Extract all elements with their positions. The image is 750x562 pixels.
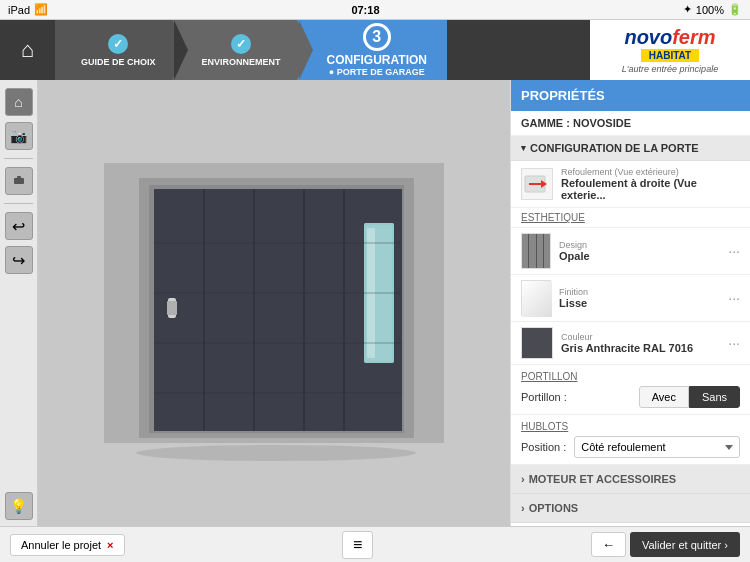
home-nav-button[interactable]: ⌂ <box>0 20 55 80</box>
ipad-label: iPad <box>8 4 30 16</box>
sidebar-separator-2 <box>4 203 34 204</box>
hublots-section: HUBLOTS Position : Côté refoulement Cent… <box>511 415 750 465</box>
logo-text: novo <box>624 26 672 49</box>
top-navigation: ⌂ ✓ GUIDE DE CHOIX ✓ ENVIRONNEMENT 3 CON… <box>0 20 750 80</box>
couleur-more-btn[interactable]: ··· <box>728 335 740 351</box>
bottom-bar: Annuler le projet × ≡ ← Valider et quitt… <box>0 526 750 562</box>
design-text: Design Opale <box>559 240 720 262</box>
menu-btn[interactable]: ≡ <box>342 531 373 559</box>
refoulement-text: Refoulement (Vue extérieure) Refoulement… <box>561 167 740 201</box>
step2-label: ENVIRONNEMENT <box>202 57 281 67</box>
portillon-sans-btn[interactable]: Sans <box>689 386 740 408</box>
logo-habitat: HABITAT <box>641 49 699 62</box>
finition-label: Finition <box>559 287 720 297</box>
hublots-row: Position : Côté refoulement Centre Sans <box>521 436 740 458</box>
config-section-label: CONFIGURATION DE LA PORTE <box>530 142 699 154</box>
panel-header: PROPRIÉTÉS <box>511 80 750 111</box>
options-chevron: › <box>521 502 525 514</box>
step3-title: CONFIGURATION <box>327 53 427 67</box>
portillon-label: PORTILLON <box>521 371 740 382</box>
moteur-chevron: › <box>521 473 525 485</box>
refoulement-value: Refoulement à droite (Vue exterie... <box>561 177 740 201</box>
sidebar-undo-btn[interactable]: ↩ <box>5 212 33 240</box>
finition-more-btn[interactable]: ··· <box>728 290 740 306</box>
bluetooth-icon: ✦ <box>683 3 692 16</box>
validate-label: Valider et quitter <box>642 539 721 551</box>
sidebar-tool-btn[interactable] <box>5 167 33 195</box>
right-buttons: ← Valider et quitter › <box>591 532 740 557</box>
config-collapse-icon: ▾ <box>521 143 526 153</box>
step2-arrow-bg <box>299 20 313 80</box>
finition-icon <box>521 280 551 316</box>
sidebar-home-btn[interactable]: ⌂ <box>5 88 33 116</box>
status-time: 07:18 <box>351 4 379 16</box>
couleur-text: Couleur Gris Anthracite RAL 7016 <box>561 332 720 354</box>
portillon-avec-btn[interactable]: Avec <box>639 386 689 408</box>
finition-value: Lisse <box>559 297 720 309</box>
svg-rect-15 <box>167 301 177 315</box>
logo-brand: novoferm <box>624 26 715 49</box>
battery-label: 100% <box>696 4 724 16</box>
home-icon: ⌂ <box>21 37 34 63</box>
step1-arrow-bg <box>174 20 188 80</box>
panel-title: PROPRIÉTÉS <box>521 88 605 103</box>
step1-content: ✓ GUIDE DE CHOIX <box>81 34 156 67</box>
right-panel: PROPRIÉTÉS GAMME : NOVOSIDE ▾ CONFIGURAT… <box>510 80 750 526</box>
options-label: OPTIONS <box>529 502 579 514</box>
gamme-row: GAMME : NOVOSIDE <box>511 111 750 136</box>
battery-icon: 🔋 <box>728 3 742 16</box>
refoulement-arrow-icon <box>523 170 551 198</box>
back-btn[interactable]: ← <box>591 532 626 557</box>
refoulement-icon <box>521 168 553 200</box>
nav-step-guide[interactable]: ✓ GUIDE DE CHOIX <box>55 20 172 80</box>
finition-row[interactable]: Finition Lisse ··· <box>511 275 750 322</box>
status-right: ✦ 100% 🔋 <box>683 3 742 16</box>
config-section-header[interactable]: ▾ CONFIGURATION DE LA PORTE <box>511 136 750 161</box>
wifi-icon: 📶 <box>34 3 48 16</box>
cancel-project-btn[interactable]: Annuler le projet × <box>10 534 125 556</box>
cancel-label: Annuler le projet <box>21 539 101 551</box>
sidebar-redo-btn[interactable]: ↪ <box>5 246 33 274</box>
hublots-position-select[interactable]: Côté refoulement Centre Sans <box>574 436 740 458</box>
step3-number: 3 <box>363 23 391 51</box>
sidebar-camera-btn[interactable]: 📷 <box>5 122 33 150</box>
cancel-x-icon: × <box>107 539 113 551</box>
3d-view[interactable] <box>38 80 510 526</box>
esthetique-label: ESTHETIQUE <box>511 208 750 228</box>
couleur-label: Couleur <box>561 332 720 342</box>
validate-btn[interactable]: Valider et quitter › <box>630 532 740 557</box>
design-label: Design <box>559 240 720 250</box>
step1-check: ✓ <box>108 34 128 54</box>
design-value: Opale <box>559 250 720 262</box>
nav-step-config[interactable]: 3 CONFIGURATION ● Porte de garage <box>297 20 447 80</box>
svg-rect-1 <box>17 176 21 179</box>
gamme-text: GAMME : NOVOSIDE <box>521 117 631 129</box>
moteur-label: MOTEUR ET ACCESSOIRES <box>529 473 677 485</box>
moteur-section-header[interactable]: › MOTEUR ET ACCESSOIRES <box>511 465 750 494</box>
nav-step-env[interactable]: ✓ ENVIRONNEMENT <box>172 20 297 80</box>
portillon-btn-group: Avec Sans <box>639 386 740 408</box>
design-more-btn[interactable]: ··· <box>728 243 740 259</box>
design-icon <box>521 233 551 269</box>
logo-tagline: L'autre entrée principale <box>622 64 718 74</box>
step2-check: ✓ <box>231 34 251 54</box>
status-left: iPad 📶 <box>8 3 48 16</box>
sidebar-bulb-btn[interactable]: 💡 <box>5 492 33 520</box>
portillon-row: Portillon : Avec Sans <box>521 386 740 408</box>
tool-icon <box>12 174 26 188</box>
step1-label: GUIDE DE CHOIX <box>81 57 156 67</box>
main-content: ⌂ 📷 ↩ ↪ 💡 <box>0 80 750 526</box>
couleur-value: Gris Anthracite RAL 7016 <box>561 342 720 354</box>
design-row[interactable]: Design Opale ··· <box>511 228 750 275</box>
options-section-header[interactable]: › OPTIONS <box>511 494 750 523</box>
couleur-swatch <box>521 327 553 359</box>
step3-subtitle: ● Porte de garage <box>329 67 425 77</box>
couleur-row[interactable]: Couleur Gris Anthracite RAL 7016 ··· <box>511 322 750 365</box>
logo-area: novoferm HABITAT L'autre entrée principa… <box>590 20 750 80</box>
refoulement-row[interactable]: Refoulement (Vue extérieure) Refoulement… <box>511 161 750 208</box>
svg-point-16 <box>136 445 416 461</box>
portillon-section: PORTILLON Portillon : Avec Sans <box>511 365 750 415</box>
logo-text-red: ferm <box>672 26 715 49</box>
finition-text: Finition Lisse <box>559 287 720 309</box>
sidebar-separator-1 <box>4 158 34 159</box>
